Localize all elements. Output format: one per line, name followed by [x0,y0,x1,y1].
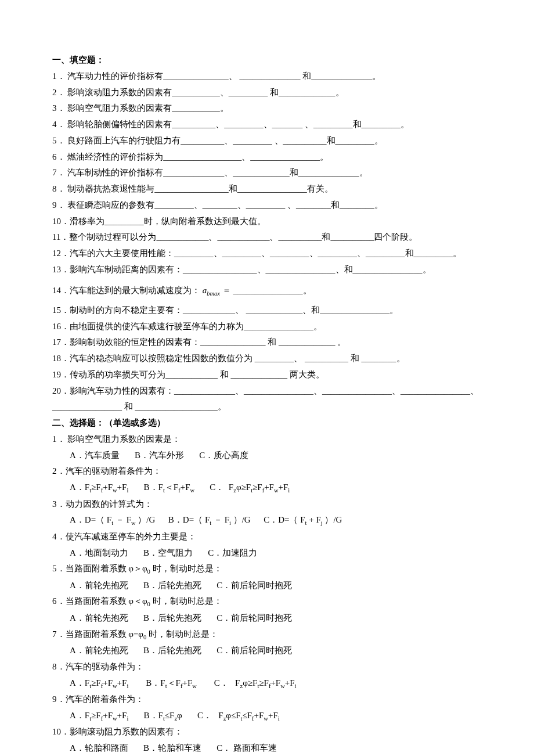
mc-q7-opt-b: B．后轮先抱死 [143,643,201,659]
mc-q5-opt-b: B．后轮先抱死 [143,578,201,594]
mc-q3-opts: A．D=（ Ft － Fw ）/G B．D=（ Ft － Fi ）/G C．D=… [52,512,482,528]
fill-blank-q18: 18．汽车的稳态响应可以按照稳定性因数的数值分为 _________、 ____… [52,351,482,367]
mc-q3-stem: 3．动力因数的计算式为： [52,496,482,513]
mc-q6-opts: A．前轮先抱死 B．后轮先抱死 C．前后轮同时抱死 [52,610,482,627]
fill-blank-q7: 7． 汽车制动性的评价指标有______________、___________… [52,165,482,181]
document-page: 一、填空题： 1． 汽车动力性的评价指标有_______________、 __… [0,0,534,756]
mc-q6-stem: 6．当路面附着系数 φ＜φ0 时，制动时总是： [52,593,482,610]
fill-blank-q8: 8． 制动器抗热衰退性能与_________________和_________… [52,181,482,197]
mc-q10-stem: 10．影响滚动阻力系数的因素有： [52,724,482,740]
fill-blank-q1: 1． 汽车动力性的评价指标有_______________、 _________… [52,69,482,85]
fill-blank-q19: 19．传动系的功率损失可分为____________ 和 ___________… [52,367,482,383]
fill-blank-q16: 16．由地面提供的使汽车减速行驶至停车的力称为________________。 [52,319,482,335]
mc-q8-opts: A．Ft≥Ff+Fw+Fi B．Ft＜Ff+Fw C． Fzφ≥Ft≥Ff+Fw… [52,675,482,692]
q14-prefix: 14．汽车能达到的最大制动减速度为： [52,286,200,295]
mc-q6-opt-a: A．前轮先抱死 [70,610,128,627]
mc-q9-stem: 9．汽车的附着条件为： [52,692,482,708]
mc-q7-opts: A．前轮先抱死 B．后轮先抱死 C．前后轮同时抱死 [52,643,482,659]
mc-q10-opt-c: C． 路面和车速 [217,740,277,756]
fill-blank-q12: 12．汽车的六大主要使用性能：_________、_________、_____… [52,246,482,262]
mc-q2-opts: A．Ft≥Ff+Fw+Fi B．Ft＜Ff+Fw C． Fzφ≥Ft≥Ff+Fw… [52,480,482,496]
mc-q7-opt-c: C．前后轮同时抱死 [217,643,292,659]
mc-q4-opt-b: B．空气阻力 [143,545,193,561]
fill-blank-q6: 6． 燃油经济性的评价指标为__________________、_______… [52,149,482,165]
mc-q1-opt-c: C．质心高度 [199,448,248,464]
mc-q6-opt-c: C．前后轮同时抱死 [217,610,292,627]
fill-blank-q11: 11．整个制动过程可以分为____________、____________、_… [52,229,482,246]
mc-q7-stem: 7．当路面附着系数 φ=φ0 时，制动时总是： [52,627,482,643]
section2-title: 二、选择题：（单选或多选） [52,415,482,431]
mc-q8-stem: 8．汽车的驱动条件为： [52,659,482,675]
fill-blank-q2: 2． 影响滚动阻力系数的因素有___________、_________ 和__… [52,85,482,101]
mc-q2-stem: 2．汽车的驱动附着条件为： [52,463,482,480]
mc-q1-opt-a: A．汽车质量 [70,448,120,464]
fill-blank-q3: 3． 影响空气阻力系数的因素有___________。 [52,100,482,117]
mc-q10-opt-b: B．轮胎和车速 [143,740,201,756]
q14-suffix: ＝ ________________。 [220,286,312,295]
fill-blank-q13: 13．影响汽车制动距离的因素有：_________________、______… [52,262,482,278]
mc-q1-stem: 1． 影响空气阻力系数的因素是： [52,431,482,448]
q14-formula-sub: bmax [207,290,220,297]
mc-q5-opts: A．前轮先抱死 B．后轮先抱死 C．前后轮同时抱死 [52,578,482,594]
mc-q5-opt-a: A．前轮先抱死 [70,578,128,594]
fill-blank-q9: 9． 表征瞬态响应的参数有_________、________、________… [52,197,482,214]
mc-q10-opts: A．轮胎和路面 B．轮胎和车速 C． 路面和车速 [52,740,482,756]
fill-blank-q5: 5． 良好路面上汽车的行驶阻力有__________、_________ 、__… [52,133,482,149]
mc-q4-stem: 4．使汽车减速至停车的外力主要是： [52,529,482,545]
mc-q4-opt-c: C．加速阻力 [208,545,257,561]
mc-q7-opt-a: A．前轮先抱死 [70,643,128,659]
mc-q5-stem: 5．当路面附着系数 φ＞φ0 时，制动时总是： [52,561,482,577]
section1-title: 一、填空题： [52,52,482,69]
mc-q10-opt-a: A．轮胎和路面 [70,740,128,756]
fill-blank-q10: 10．滑移率为_________时，纵向附着系数达到最大值。 [52,214,482,230]
mc-q4-opts: A．地面制动力 B．空气阻力 C．加速阻力 [52,545,482,561]
mc-q9-opts: A．Ft≥Ff+Fw+Fi B．Ft≤Fzφ C． Fzφ≤Ft≤Ff+Fw+F… [52,708,482,724]
mc-q1-opt-b: B．汽车外形 [135,448,184,464]
fill-blank-q17: 17．影响制动效能的恒定性的因素有：_______________ 和 ____… [52,334,482,351]
fill-blank-q4: 4． 影响轮胎侧偏特性的因素有__________、_________、____… [52,117,482,133]
mc-q1-opts: A．汽车质量 B．汽车外形 C．质心高度 [52,448,482,464]
fill-blank-q14: 14．汽车能达到的最大制动减速度为： abmax ＝ _____________… [52,278,482,303]
mc-q5-opt-c: C．前后轮同时抱死 [217,578,292,594]
fill-blank-q20: 20．影响汽车动力性的因素有：______________、__________… [52,383,482,416]
mc-q4-opt-a: A．地面制动力 [70,545,128,561]
fill-blank-q15: 15．制动时的方向不稳定主要有：____________、 __________… [52,303,482,319]
mc-q6-opt-b: B．后轮先抱死 [143,610,201,627]
